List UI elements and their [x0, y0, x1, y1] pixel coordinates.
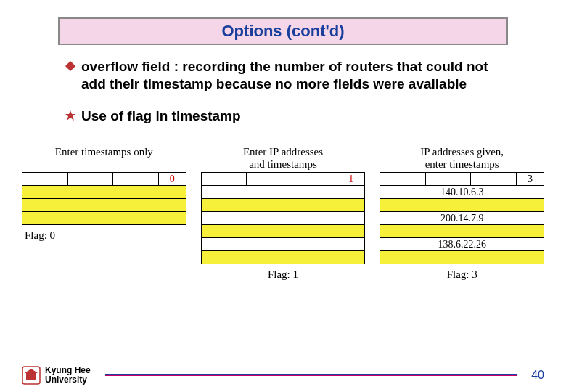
- table-row: [201, 251, 365, 264]
- diagram-3-title: IP addresses given, enter timestamps: [420, 146, 504, 171]
- footer-divider: [105, 374, 517, 376]
- star-bullet-icon: [65, 110, 75, 121]
- ip-address: 200.14.7.9: [380, 212, 544, 225]
- table-row: 200.14.7.9: [380, 212, 544, 225]
- diagram-1-caption: Flag: 1: [268, 269, 298, 281]
- table-row: [201, 186, 365, 199]
- bullet-2-text: Use of flag in timestamp: [81, 107, 241, 125]
- diagram-0-table: 0: [22, 172, 186, 225]
- flag-value: 0: [158, 173, 186, 186]
- table-row: [201, 212, 365, 225]
- diagram-0-caption: Flag: 0: [25, 229, 55, 242]
- university-name-l2: University: [45, 375, 87, 385]
- table-row: 138.6.22.26: [380, 238, 544, 251]
- table-row: [380, 225, 544, 238]
- university-name: Kyung Hee University: [45, 366, 91, 385]
- svg-marker-1: [65, 110, 75, 121]
- diagram-1-title-l1: Enter IP addresses: [243, 146, 323, 158]
- diagram-3-title-l1: IP addresses given,: [420, 146, 504, 158]
- table-row: 0: [22, 173, 186, 186]
- table-row: [22, 186, 186, 199]
- diagram-0-title: Enter timestamps only: [55, 146, 153, 171]
- diagram-3-caption: Flag: 3: [447, 269, 477, 281]
- diagram-flag-1: Enter IP addresses and timestamps 1 Flag…: [201, 146, 366, 281]
- table-row: [201, 225, 365, 238]
- table-row: [22, 212, 186, 225]
- slide-title-bar: Options (cont'd): [58, 17, 508, 45]
- page-number: 40: [531, 369, 544, 382]
- diagram-1-table: 1: [201, 172, 366, 264]
- university-logo-icon: [22, 366, 41, 385]
- table-row: 140.10.6.3: [380, 186, 544, 199]
- diagram-3-table: 3 140.10.6.3 200.14.7.9 138.6.22.26: [380, 172, 544, 264]
- bullet-1-text: overflow field : recording the number of…: [81, 58, 508, 93]
- flag-diagrams: Enter timestamps only 0 Flag: 0 Enter IP…: [22, 146, 544, 281]
- flag-value: 1: [337, 173, 365, 186]
- slide-footer: Kyung Hee University 40: [0, 366, 566, 385]
- ip-address: 140.10.6.3: [380, 186, 544, 199]
- diagram-1-title-l2: and timestamps: [249, 158, 317, 170]
- table-row: 3: [380, 173, 544, 186]
- table-row: [201, 238, 365, 251]
- slide-body: overflow field : recording the number of…: [58, 58, 508, 124]
- diagram-flag-0: Enter timestamps only 0 Flag: 0: [22, 146, 186, 281]
- bullet-1: overflow field : recording the number of…: [65, 58, 508, 93]
- svg-rect-3: [26, 373, 36, 380]
- ip-address: 138.6.22.26: [380, 238, 544, 251]
- table-row: 1: [201, 173, 365, 186]
- table-row: [22, 199, 186, 212]
- diamond-bullet-icon: [65, 61, 75, 71]
- svg-marker-0: [65, 61, 75, 71]
- diagram-3-title-l2: enter timestamps: [425, 158, 499, 170]
- table-row: [380, 199, 544, 212]
- diagram-flag-3: IP addresses given, enter timestamps 3 1…: [380, 146, 544, 281]
- diagram-1-title: Enter IP addresses and timestamps: [243, 146, 323, 171]
- university-name-l1: Kyung Hee: [45, 365, 91, 375]
- table-row: [380, 251, 544, 264]
- bullet-2: Use of flag in timestamp: [65, 107, 508, 125]
- slide-title: Options (cont'd): [60, 22, 506, 41]
- flag-value: 3: [517, 173, 544, 186]
- table-row: [201, 199, 365, 212]
